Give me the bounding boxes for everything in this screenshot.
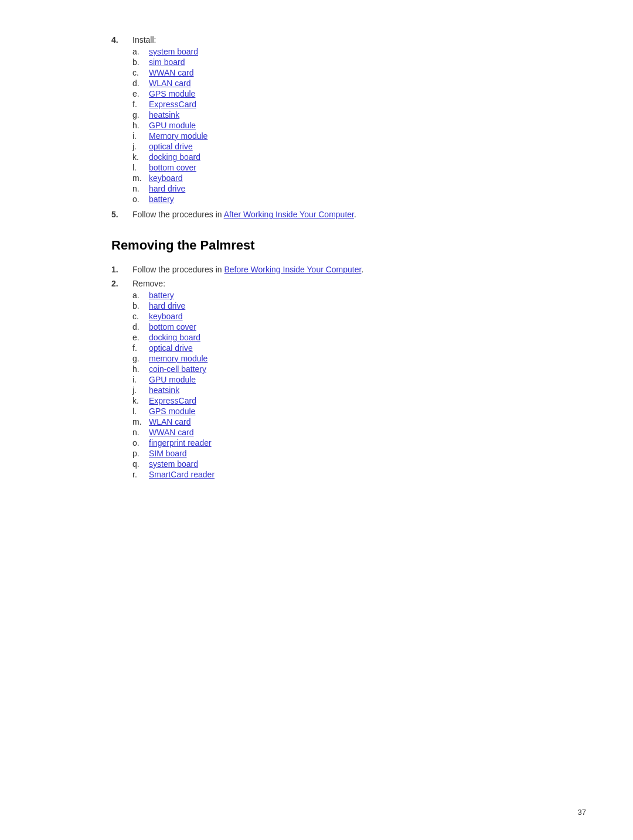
alpha-label: a.	[132, 47, 144, 56]
item4-content: Install: a.system boardb.sim boardc.WWAN…	[132, 35, 522, 205]
install-link[interactable]: WWAN card	[149, 68, 193, 77]
install-link[interactable]: hard drive	[149, 184, 185, 193]
list-item: e.docking board	[132, 333, 522, 342]
install-link[interactable]: heatsink	[149, 110, 179, 119]
alpha-label: f.	[132, 343, 144, 353]
palmrest-follow-suffix: .	[361, 265, 363, 274]
alpha-label: d.	[132, 78, 144, 88]
install-list: 4. Install: a.system boardb.sim boardc.W…	[111, 35, 522, 219]
install-link[interactable]: Memory module	[149, 131, 207, 141]
remove-link[interactable]: system board	[149, 459, 198, 469]
alpha-label: k.	[132, 396, 144, 405]
list-item: f.optical drive	[132, 343, 522, 353]
list-item: j.optical drive	[132, 142, 522, 151]
install-link[interactable]: optical drive	[149, 142, 193, 151]
remove-link[interactable]: battery	[149, 291, 174, 300]
list-item: g.memory module	[132, 354, 522, 363]
remove-link[interactable]: heatsink	[149, 385, 179, 395]
remove-link[interactable]: keyboard	[149, 312, 183, 321]
remove-link[interactable]: WWAN card	[149, 428, 193, 437]
palmrest-item-number-2: 2.	[111, 279, 125, 288]
remove-link[interactable]: docking board	[149, 333, 200, 342]
install-link[interactable]: GPU module	[149, 121, 196, 130]
list-item: h.coin-cell battery	[132, 364, 522, 374]
before-working-link[interactable]: Before Working Inside Your Computer	[224, 265, 361, 274]
alpha-label: l.	[132, 163, 144, 172]
page-number: 37	[578, 808, 586, 817]
list-item: c.WWAN card	[132, 68, 522, 77]
remove-link[interactable]: SmartCard reader	[149, 470, 215, 479]
list-item: o.fingerprint reader	[132, 438, 522, 448]
remove-link[interactable]: hard drive	[149, 301, 185, 310]
remove-link[interactable]: ExpressCard	[149, 396, 196, 405]
alpha-label: j.	[132, 142, 144, 151]
alpha-label: c.	[132, 68, 144, 77]
remove-link[interactable]: GPS module	[149, 407, 195, 416]
alpha-label: n.	[132, 184, 144, 193]
install-alpha-list: a.system boardb.sim boardc.WWAN cardd.WL…	[132, 47, 522, 204]
alpha-label: o.	[132, 194, 144, 204]
install-link[interactable]: WLAN card	[149, 78, 191, 88]
alpha-label: i.	[132, 375, 144, 384]
list-item: d.WLAN card	[132, 78, 522, 88]
alpha-label: e.	[132, 333, 144, 342]
list-item: r.SmartCard reader	[132, 470, 522, 479]
install-link[interactable]: keyboard	[149, 173, 183, 183]
install-link[interactable]: GPS module	[149, 89, 195, 98]
remove-link[interactable]: GPU module	[149, 375, 196, 384]
palmrest-item-1: 1. Follow the procedures in Before Worki…	[111, 265, 522, 274]
list-item: l.GPS module	[132, 407, 522, 416]
remove-link[interactable]: SIM board	[149, 449, 187, 458]
list-item: j.heatsink	[132, 385, 522, 395]
alpha-label: j.	[132, 385, 144, 395]
install-link[interactable]: system board	[149, 47, 198, 56]
alpha-label: a.	[132, 291, 144, 300]
remove-link[interactable]: memory module	[149, 354, 207, 363]
alpha-label: o.	[132, 438, 144, 448]
alpha-label: m.	[132, 173, 144, 183]
palmrest-item-number-1: 1.	[111, 265, 125, 274]
list-item: a.battery	[132, 291, 522, 300]
install-link[interactable]: docking board	[149, 152, 200, 162]
list-item: o.battery	[132, 194, 522, 204]
list-item: q.system board	[132, 459, 522, 469]
install-link[interactable]: bottom cover	[149, 163, 196, 172]
list-item: a.system board	[132, 47, 522, 56]
alpha-label: f.	[132, 100, 144, 109]
list-item: g.heatsink	[132, 110, 522, 119]
alpha-label: q.	[132, 459, 144, 469]
list-item: n.hard drive	[132, 184, 522, 193]
alpha-label: g.	[132, 354, 144, 363]
page-container: 4. Install: a.system boardb.sim boardc.W…	[64, 0, 569, 520]
remove-link[interactable]: bottom cover	[149, 322, 196, 332]
alpha-label: d.	[132, 322, 144, 332]
item-number-5: 5.	[111, 210, 125, 219]
follow-suffix: .	[354, 210, 356, 219]
alpha-label: m.	[132, 417, 144, 426]
palmrest-item2-content: Remove: a.batteryb.hard drivec.keyboardd…	[132, 279, 522, 480]
install-link[interactable]: battery	[149, 194, 174, 204]
list-item: m.keyboard	[132, 173, 522, 183]
alpha-label: n.	[132, 428, 144, 437]
list-item: k.docking board	[132, 152, 522, 162]
remove-label: Remove:	[132, 279, 522, 288]
install-link[interactable]: ExpressCard	[149, 100, 196, 109]
palmrest-item1-content: Follow the procedures in Before Working …	[132, 265, 522, 274]
list-item: h.GPU module	[132, 121, 522, 130]
after-working-link[interactable]: After Working Inside Your Computer	[224, 210, 354, 219]
list-item: l.bottom cover	[132, 163, 522, 172]
remove-link[interactable]: WLAN card	[149, 417, 191, 426]
remove-link[interactable]: coin-cell battery	[149, 364, 206, 374]
item5-content: Follow the procedures in After Working I…	[132, 210, 522, 219]
palmrest-follow-prefix: Follow the procedures in	[132, 265, 224, 274]
list-item: p.SIM board	[132, 449, 522, 458]
list-item: n.WWAN card	[132, 428, 522, 437]
remove-alpha-list: a.batteryb.hard drivec.keyboardd.bottom …	[132, 291, 522, 479]
alpha-label: k.	[132, 152, 144, 162]
list-item: b.sim board	[132, 57, 522, 67]
remove-link[interactable]: fingerprint reader	[149, 438, 212, 448]
list-item-5: 5. Follow the procedures in After Workin…	[111, 210, 522, 219]
follow-prefix: Follow the procedures in	[132, 210, 224, 219]
install-link[interactable]: sim board	[149, 57, 185, 67]
remove-link[interactable]: optical drive	[149, 343, 193, 353]
